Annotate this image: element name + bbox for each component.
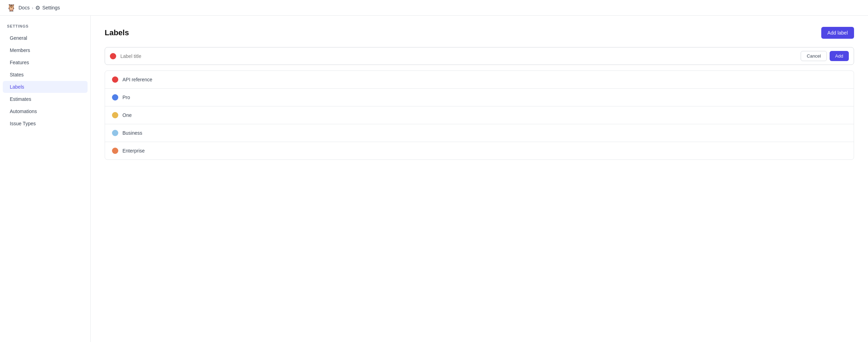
- label-name: Enterprise: [122, 148, 145, 154]
- list-item: Pro: [105, 89, 854, 106]
- label-dot: [112, 76, 118, 83]
- input-actions: Cancel Add: [801, 51, 849, 61]
- page-header: Labels Add label: [105, 27, 854, 39]
- list-item: API reference: [105, 71, 854, 89]
- topnav: 🦉 Docs › ⚙ Settings: [0, 0, 868, 16]
- app-logo: 🦉: [7, 3, 16, 12]
- topnav-chevron-icon: ›: [32, 5, 33, 10]
- label-title-input[interactable]: [120, 53, 796, 59]
- label-dot: [112, 94, 118, 101]
- sidebar: SETTINGS General Members Features States…: [0, 16, 91, 342]
- label-dot: [112, 112, 118, 118]
- sidebar-item-members[interactable]: Members: [3, 44, 88, 56]
- label-name: Business: [122, 130, 142, 136]
- topnav-docs-link[interactable]: Docs: [18, 5, 30, 10]
- label-name: One: [122, 112, 132, 118]
- label-name: API reference: [122, 77, 152, 82]
- label-list: API referenceProOneBusinessEnterprise: [105, 70, 854, 160]
- sidebar-item-general[interactable]: General: [3, 32, 88, 44]
- label-color-dot: [110, 53, 116, 59]
- list-item: One: [105, 106, 854, 124]
- page-title: Labels: [105, 28, 129, 37]
- sidebar-item-estimates[interactable]: Estimates: [3, 93, 88, 105]
- list-item: Business: [105, 124, 854, 142]
- sidebar-item-labels[interactable]: Labels: [3, 81, 88, 93]
- sidebar-item-states[interactable]: States: [3, 69, 88, 81]
- label-dot: [112, 148, 118, 154]
- add-label-button[interactable]: Add label: [821, 27, 854, 39]
- label-name: Pro: [122, 95, 130, 100]
- topnav-settings-label: Settings: [42, 5, 60, 10]
- sidebar-item-automations[interactable]: Automations: [3, 105, 88, 117]
- add-button[interactable]: Add: [830, 51, 849, 61]
- list-item: Enterprise: [105, 142, 854, 159]
- cancel-button[interactable]: Cancel: [801, 51, 826, 61]
- main-content: Labels Add label Cancel Add API referenc…: [91, 16, 868, 342]
- topnav-settings-icon: ⚙: [35, 5, 40, 11]
- sidebar-item-features[interactable]: Features: [3, 57, 88, 68]
- sidebar-item-issue-types[interactable]: Issue Types: [3, 118, 88, 129]
- sidebar-section-label: SETTINGS: [0, 24, 90, 32]
- page-layout: SETTINGS General Members Features States…: [0, 16, 868, 342]
- label-dot: [112, 130, 118, 136]
- label-input-row: Cancel Add: [105, 47, 854, 65]
